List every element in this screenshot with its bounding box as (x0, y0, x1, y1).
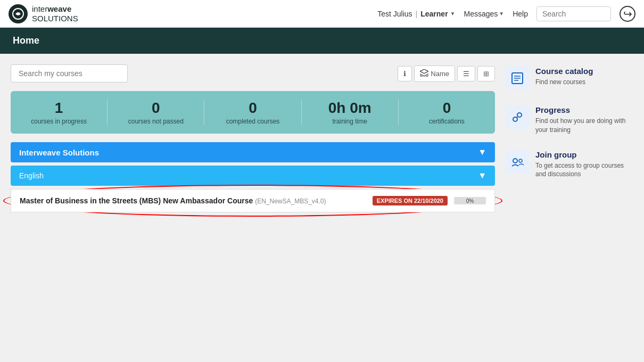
view-controls: ℹ Name ☰ ⊞ (398, 65, 495, 82)
user-name: Test Julius (377, 10, 412, 18)
course-version: (EN_NewSA_MBS_v4.0) (255, 198, 326, 205)
sidebar-item-progress[interactable]: Progress Find out how you are doing with… (506, 98, 633, 143)
progress-text: Progress Find out how you are doing with… (535, 105, 633, 135)
stat-training-number: 0h 0m (302, 100, 398, 117)
progress-bar: 0% (454, 197, 486, 204)
logout-button[interactable]: ↪ (620, 6, 635, 22)
catalog-icon (506, 67, 529, 90)
stat-training-label: training time (302, 118, 398, 125)
messages-dropdown-icon: ▼ (499, 11, 504, 17)
catalog-text: Course catalog Find new courses (535, 67, 593, 90)
stat-not-passed-label: courses not passed (108, 118, 204, 125)
stat-not-passed: 0 courses not passed (108, 100, 204, 125)
stat-certifications: 0 certifications (399, 100, 495, 125)
stat-cert-number: 0 (399, 100, 495, 117)
stat-in-progress-label: courses in progress (11, 118, 107, 125)
info-button[interactable]: ℹ (398, 66, 412, 81)
svg-point-9 (519, 159, 522, 162)
content-area: ℹ Name ☰ ⊞ (11, 64, 506, 213)
group-icon (506, 150, 529, 174)
section-interweave-label: Interweave Solutions (19, 148, 99, 157)
grid-view-button[interactable]: ⊞ (477, 66, 495, 81)
course-name: Master of Business in the Streets (MBS) … (20, 196, 366, 205)
grid-icon: ⊞ (483, 70, 489, 78)
sidebar-item-group[interactable]: Join group To get access to group course… (506, 143, 633, 187)
name-view-label: Name (431, 70, 449, 78)
group-desc: To get access to group courses and discu… (535, 161, 633, 179)
section-english-chevron: ▼ (478, 171, 486, 180)
stat-not-passed-number: 0 (108, 100, 204, 117)
course-row-wrapper: Master of Business in the Streets (MBS) … (11, 189, 495, 212)
logo-text: interweave SOLUTIONS (32, 4, 78, 23)
sidebar-item-catalog[interactable]: Course catalog Find new courses (506, 67, 633, 98)
section-interweave-chevron: ▼ (478, 147, 486, 157)
progress-desc: Find out how you are doing with your tra… (535, 117, 633, 135)
main-container: ℹ Name ☰ ⊞ (0, 54, 644, 224)
svg-point-8 (513, 159, 517, 163)
stats-bar: 1 courses in progress 0 courses not pass… (11, 91, 495, 134)
logo-area: interweave SOLUTIONS (9, 4, 377, 23)
name-view-button[interactable]: Name (414, 65, 455, 82)
user-role: Learner (420, 10, 448, 18)
stat-completed: 0 completed courses (204, 100, 301, 125)
layers-icon (420, 69, 428, 78)
stat-cert-label: certifications (399, 118, 495, 125)
course-item[interactable]: Master of Business in the Streets (MBS) … (11, 189, 495, 212)
section-interweave[interactable]: Interweave Solutions ▼ (11, 142, 495, 162)
page-title: Home (13, 35, 39, 46)
logo-icon (9, 4, 28, 23)
svg-point-6 (517, 113, 522, 117)
section-english[interactable]: English ▼ (11, 166, 495, 186)
progress-label: 0% (454, 197, 486, 204)
messages-link[interactable]: Messages ▼ (464, 10, 504, 18)
top-navigation: interweave SOLUTIONS Test Julius | Learn… (0, 0, 644, 28)
help-link[interactable]: Help (513, 10, 528, 18)
progress-title: Progress (535, 105, 633, 114)
expires-badge: EXPIRES ON 22/10/2020 (373, 196, 448, 205)
svg-line-7 (517, 117, 518, 118)
list-view-button[interactable]: ☰ (457, 66, 475, 81)
global-search-input[interactable] (536, 6, 611, 21)
group-text: Join group To get access to group course… (535, 150, 633, 179)
stat-in-progress-number: 1 (11, 100, 107, 117)
list-icon: ☰ (463, 70, 469, 78)
page-header: Home (0, 28, 644, 54)
section-english-label: English (19, 171, 44, 180)
stat-training-time: 0h 0m training time (302, 100, 399, 125)
user-info[interactable]: Test Julius | Learner ▼ (377, 10, 455, 18)
stat-completed-label: completed courses (204, 118, 301, 125)
stat-in-progress: 1 courses in progress (11, 100, 108, 125)
info-icon: ℹ (403, 70, 406, 78)
user-dropdown-icon[interactable]: ▼ (450, 11, 456, 17)
catalog-title: Course catalog (535, 67, 593, 76)
search-controls: ℹ Name ☰ ⊞ (11, 64, 495, 83)
svg-point-5 (513, 117, 517, 121)
group-title: Join group (535, 150, 633, 159)
catalog-desc: Find new courses (535, 78, 593, 87)
progress-icon (506, 105, 529, 129)
stat-completed-number: 0 (204, 100, 301, 117)
right-sidebar: Course catalog Find new courses Progress… (506, 64, 633, 213)
course-search-input[interactable] (11, 64, 128, 83)
nav-right: Test Julius | Learner ▼ Messages ▼ Help … (377, 6, 635, 22)
